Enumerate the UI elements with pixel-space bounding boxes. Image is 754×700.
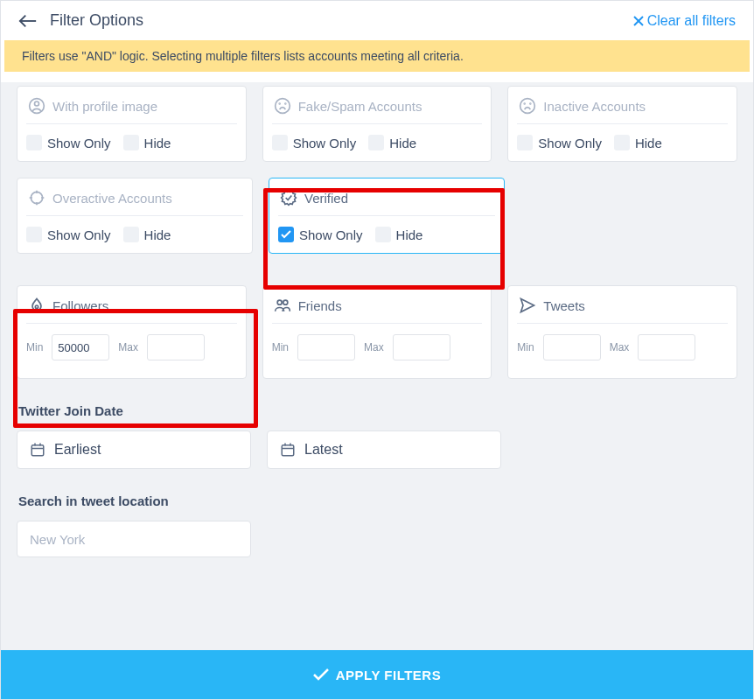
verified-icon bbox=[280, 189, 297, 206]
calendar-icon bbox=[280, 442, 296, 458]
header: Filter Options Clear all filters bbox=[1, 1, 753, 40]
location-input[interactable] bbox=[17, 521, 251, 557]
svg-point-9 bbox=[525, 103, 526, 104]
svg-point-6 bbox=[279, 103, 280, 104]
followers-max-label: Max bbox=[118, 341, 138, 354]
earliest-label: Earliest bbox=[54, 442, 101, 458]
apply-filters-label: APPLY FILTERS bbox=[336, 668, 441, 682]
content-area: With profile image Show Only Hide Fake/S… bbox=[1, 82, 753, 650]
card-inactive-label: Inactive Accounts bbox=[543, 99, 646, 114]
overactive-show-only-checkbox[interactable]: Show Only bbox=[26, 227, 111, 242]
earliest-date-picker[interactable]: Earliest bbox=[17, 430, 251, 469]
svg-point-10 bbox=[530, 103, 531, 104]
tweets-min-input[interactable] bbox=[543, 334, 601, 360]
fake-spam-hide-checkbox[interactable]: Hide bbox=[368, 135, 416, 150]
followers-min-input[interactable] bbox=[52, 334, 109, 360]
tweets-icon bbox=[519, 297, 536, 314]
latest-label: Latest bbox=[304, 442, 343, 458]
svg-marker-15 bbox=[521, 299, 534, 312]
svg-point-14 bbox=[283, 300, 288, 304]
check-icon bbox=[313, 668, 329, 681]
overactive-hide-checkbox[interactable]: Hide bbox=[123, 227, 171, 242]
info-banner: Filters use "AND" logic. Selecting multi… bbox=[4, 40, 750, 72]
profile-image-hide-checkbox[interactable]: Hide bbox=[123, 135, 171, 150]
filter-panel: Filter Options Clear all filters Filters… bbox=[0, 0, 754, 700]
card-profile-image: With profile image Show Only Hide bbox=[17, 86, 247, 162]
svg-point-12 bbox=[35, 305, 38, 308]
friends-label: Friends bbox=[298, 298, 342, 313]
profile-image-icon bbox=[28, 97, 45, 115]
apply-filters-button[interactable]: APPLY FILTERS bbox=[1, 650, 753, 699]
inactive-hide-checkbox[interactable]: Hide bbox=[614, 135, 662, 150]
friends-max-label: Max bbox=[364, 341, 384, 354]
overactive-icon bbox=[28, 189, 45, 206]
card-inactive: Inactive Accounts Show Only Hide bbox=[507, 86, 737, 162]
inactive-icon bbox=[519, 97, 536, 115]
followers-max-input[interactable] bbox=[147, 334, 205, 360]
tweets-max-input[interactable] bbox=[638, 334, 695, 360]
join-date-section-title: Twitter Join Date bbox=[18, 403, 737, 418]
svg-rect-16 bbox=[31, 445, 44, 456]
fake-spam-show-only-checkbox[interactable]: Show Only bbox=[272, 135, 357, 150]
svg-point-4 bbox=[35, 102, 39, 106]
card-followers: Followers Min Max bbox=[17, 285, 247, 379]
verified-hide-checkbox[interactable]: Hide bbox=[375, 227, 423, 242]
tweets-max-label: Max bbox=[610, 341, 630, 354]
svg-point-11 bbox=[31, 192, 42, 203]
svg-point-13 bbox=[277, 300, 282, 304]
followers-icon bbox=[28, 297, 45, 314]
card-friends: Friends Min Max bbox=[262, 285, 492, 379]
svg-point-8 bbox=[520, 99, 535, 114]
close-icon bbox=[633, 16, 644, 26]
verified-show-only-checkbox[interactable]: Show Only bbox=[278, 227, 363, 242]
friends-min-input[interactable] bbox=[297, 334, 355, 360]
card-verified-label: Verified bbox=[304, 191, 348, 206]
tweets-min-label: Min bbox=[517, 341, 534, 354]
profile-image-show-only-checkbox[interactable]: Show Only bbox=[26, 135, 111, 150]
inactive-show-only-checkbox[interactable]: Show Only bbox=[517, 135, 602, 150]
svg-rect-20 bbox=[282, 445, 294, 456]
tweets-label: Tweets bbox=[543, 298, 585, 313]
followers-min-label: Min bbox=[26, 341, 43, 354]
back-arrow-icon[interactable] bbox=[18, 14, 38, 28]
card-fake-spam-label: Fake/Spam Accounts bbox=[298, 99, 422, 114]
friends-min-label: Min bbox=[272, 341, 289, 354]
card-verified: Verified Show Only Hide bbox=[269, 178, 505, 254]
location-section-title: Search in tweet location bbox=[18, 494, 737, 508]
svg-point-5 bbox=[275, 99, 290, 114]
card-profile-image-label: With profile image bbox=[52, 99, 157, 114]
latest-date-picker[interactable]: Latest bbox=[267, 430, 501, 469]
clear-all-filters-button[interactable]: Clear all filters bbox=[633, 13, 736, 29]
card-tweets: Tweets Min Max bbox=[507, 285, 737, 379]
card-overactive: Overactive Accounts Show Only Hide bbox=[17, 178, 253, 254]
page-title: Filter Options bbox=[50, 11, 143, 30]
svg-point-7 bbox=[285, 103, 286, 104]
friends-max-input[interactable] bbox=[393, 334, 450, 360]
followers-label: Followers bbox=[52, 298, 108, 313]
sad-face-icon bbox=[274, 97, 291, 115]
card-overactive-label: Overactive Accounts bbox=[52, 191, 172, 206]
calendar-icon bbox=[30, 442, 45, 458]
clear-all-filters-label: Clear all filters bbox=[647, 13, 736, 29]
card-fake-spam: Fake/Spam Accounts Show Only Hide bbox=[262, 86, 492, 162]
friends-icon bbox=[274, 297, 291, 314]
